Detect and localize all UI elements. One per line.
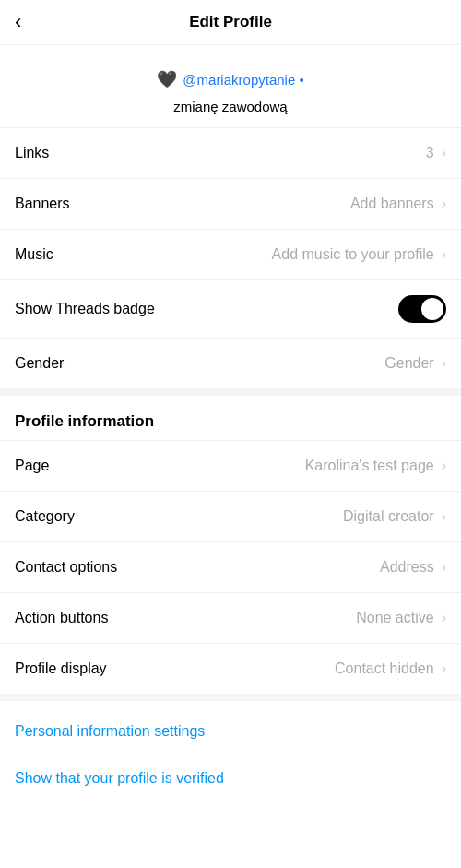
- gender-label: Gender: [15, 355, 64, 372]
- bio-emoji: 🖤: [157, 69, 177, 89]
- profile-information-heading: Profile information: [0, 396, 461, 440]
- music-chevron: ›: [442, 246, 446, 263]
- action-buttons-chevron: ›: [442, 610, 446, 626]
- section-divider: [0, 388, 461, 396]
- profile-display-row[interactable]: Profile display Contact hidden ›: [0, 644, 461, 694]
- banners-chevron: ›: [442, 196, 446, 212]
- toggle-track: [398, 295, 446, 323]
- contact-options-value: Address: [117, 559, 441, 576]
- profile-display-value: Contact hidden: [107, 660, 442, 677]
- action-buttons-label: Action buttons: [15, 610, 108, 626]
- links-section: Personal information settings Show that …: [0, 708, 461, 802]
- music-row[interactable]: Music Add music to your profile ›: [0, 230, 461, 279]
- category-value: Digital creator: [75, 508, 442, 525]
- category-row[interactable]: Category Digital creator ›: [0, 492, 461, 541]
- threads-badge-toggle[interactable]: [398, 295, 446, 323]
- links-value: 3: [49, 145, 441, 161]
- toggle-thumb: [421, 298, 443, 320]
- threads-badge-row[interactable]: Show Threads badge: [0, 280, 461, 338]
- music-value: Add music to your profile: [53, 246, 442, 263]
- back-button[interactable]: ‹: [15, 10, 21, 34]
- links-chevron: ›: [442, 145, 446, 161]
- bio-section: 🖤 @mariakropytanie • zmianę zawodową: [0, 45, 461, 127]
- links-label: Links: [15, 145, 49, 161]
- show-verified-link[interactable]: Show that your profile is verified: [0, 755, 461, 802]
- bio-mention: @mariakropytanie •: [183, 72, 303, 88]
- bio-second-line: zmianę zawodową: [173, 99, 287, 124]
- personal-info-settings-link[interactable]: Personal information settings: [0, 708, 461, 755]
- category-label: Category: [15, 508, 75, 525]
- bio-line-1: 🖤 @mariakropytanie •: [142, 56, 318, 99]
- gender-chevron: ›: [442, 355, 446, 372]
- action-buttons-row[interactable]: Action buttons None active ›: [0, 593, 461, 643]
- threads-badge-label: Show Threads badge: [15, 301, 155, 317]
- section-divider-2: [0, 694, 461, 701]
- contact-options-row[interactable]: Contact options Address ›: [0, 542, 461, 592]
- links-row[interactable]: Links 3 ›: [0, 128, 461, 178]
- page-chevron: ›: [442, 458, 446, 474]
- category-chevron: ›: [442, 508, 446, 525]
- action-buttons-value: None active: [108, 610, 441, 626]
- page-title: Edit Profile: [189, 13, 272, 31]
- page-label: Page: [15, 458, 49, 474]
- contact-options-label: Contact options: [15, 559, 117, 576]
- page-row[interactable]: Page Karolina's test page ›: [0, 441, 461, 491]
- contact-options-chevron: ›: [442, 559, 446, 576]
- profile-display-chevron: ›: [442, 660, 446, 677]
- banners-row[interactable]: Banners Add banners ›: [0, 179, 461, 229]
- gender-value: Gender: [64, 355, 441, 372]
- banners-label: Banners: [15, 196, 70, 212]
- header: ‹ Edit Profile: [0, 0, 461, 45]
- banners-value: Add banners: [70, 196, 442, 212]
- gender-row[interactable]: Gender Gender ›: [0, 339, 461, 388]
- page-value: Karolina's test page: [49, 458, 441, 474]
- profile-display-label: Profile display: [15, 660, 107, 677]
- music-label: Music: [15, 246, 53, 263]
